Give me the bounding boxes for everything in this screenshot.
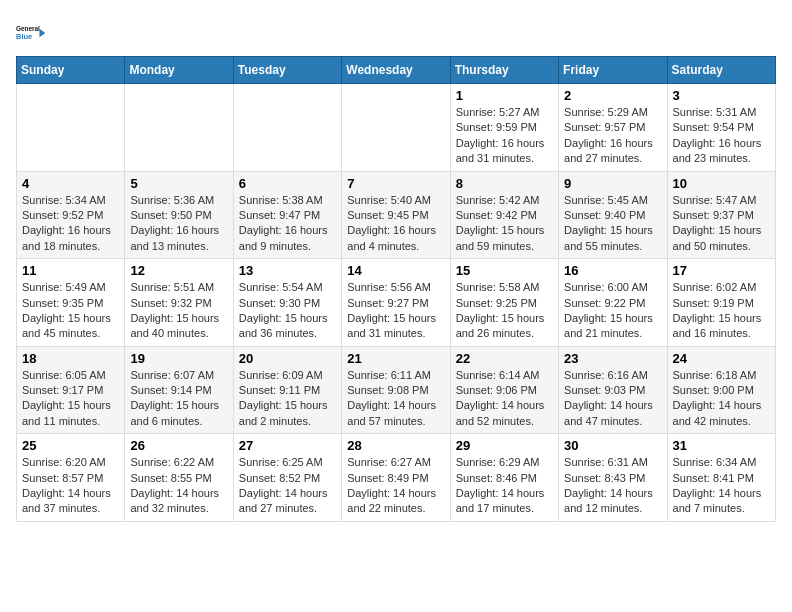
day-info: Sunrise: 6:34 AMSunset: 8:41 PMDaylight:…	[673, 455, 770, 517]
calendar-cell: 16Sunrise: 6:00 AMSunset: 9:22 PMDayligh…	[559, 259, 667, 347]
day-number: 20	[239, 351, 336, 366]
day-info: Sunrise: 6:18 AMSunset: 9:00 PMDaylight:…	[673, 368, 770, 430]
calendar-cell: 24Sunrise: 6:18 AMSunset: 9:00 PMDayligh…	[667, 346, 775, 434]
day-number: 30	[564, 438, 661, 453]
day-number: 2	[564, 88, 661, 103]
day-info: Sunrise: 5:45 AMSunset: 9:40 PMDaylight:…	[564, 193, 661, 255]
day-number: 13	[239, 263, 336, 278]
day-info: Sunrise: 6:02 AMSunset: 9:19 PMDaylight:…	[673, 280, 770, 342]
day-number: 14	[347, 263, 444, 278]
day-info: Sunrise: 5:49 AMSunset: 9:35 PMDaylight:…	[22, 280, 119, 342]
day-number: 25	[22, 438, 119, 453]
calendar-cell: 25Sunrise: 6:20 AMSunset: 8:57 PMDayligh…	[17, 434, 125, 522]
calendar-cell: 4Sunrise: 5:34 AMSunset: 9:52 PMDaylight…	[17, 171, 125, 259]
day-info: Sunrise: 6:16 AMSunset: 9:03 PMDaylight:…	[564, 368, 661, 430]
svg-text:General: General	[16, 25, 40, 32]
calendar-cell	[233, 84, 341, 172]
week-row-3: 11Sunrise: 5:49 AMSunset: 9:35 PMDayligh…	[17, 259, 776, 347]
calendar-cell: 15Sunrise: 5:58 AMSunset: 9:25 PMDayligh…	[450, 259, 558, 347]
weekday-header-thursday: Thursday	[450, 57, 558, 84]
calendar-cell: 27Sunrise: 6:25 AMSunset: 8:52 PMDayligh…	[233, 434, 341, 522]
calendar-cell: 23Sunrise: 6:16 AMSunset: 9:03 PMDayligh…	[559, 346, 667, 434]
day-info: Sunrise: 6:20 AMSunset: 8:57 PMDaylight:…	[22, 455, 119, 517]
calendar-cell	[125, 84, 233, 172]
day-number: 17	[673, 263, 770, 278]
day-info: Sunrise: 5:27 AMSunset: 9:59 PMDaylight:…	[456, 105, 553, 167]
day-info: Sunrise: 5:58 AMSunset: 9:25 PMDaylight:…	[456, 280, 553, 342]
day-number: 28	[347, 438, 444, 453]
day-number: 31	[673, 438, 770, 453]
calendar-cell: 6Sunrise: 5:38 AMSunset: 9:47 PMDaylight…	[233, 171, 341, 259]
day-info: Sunrise: 6:09 AMSunset: 9:11 PMDaylight:…	[239, 368, 336, 430]
day-info: Sunrise: 6:31 AMSunset: 8:43 PMDaylight:…	[564, 455, 661, 517]
calendar-cell: 8Sunrise: 5:42 AMSunset: 9:42 PMDaylight…	[450, 171, 558, 259]
day-info: Sunrise: 5:42 AMSunset: 9:42 PMDaylight:…	[456, 193, 553, 255]
weekday-header-row: SundayMondayTuesdayWednesdayThursdayFrid…	[17, 57, 776, 84]
calendar-cell: 19Sunrise: 6:07 AMSunset: 9:14 PMDayligh…	[125, 346, 233, 434]
week-row-4: 18Sunrise: 6:05 AMSunset: 9:17 PMDayligh…	[17, 346, 776, 434]
day-number: 18	[22, 351, 119, 366]
day-number: 23	[564, 351, 661, 366]
day-number: 16	[564, 263, 661, 278]
day-info: Sunrise: 5:34 AMSunset: 9:52 PMDaylight:…	[22, 193, 119, 255]
day-number: 27	[239, 438, 336, 453]
day-info: Sunrise: 6:14 AMSunset: 9:06 PMDaylight:…	[456, 368, 553, 430]
calendar-cell: 30Sunrise: 6:31 AMSunset: 8:43 PMDayligh…	[559, 434, 667, 522]
day-info: Sunrise: 5:38 AMSunset: 9:47 PMDaylight:…	[239, 193, 336, 255]
day-info: Sunrise: 6:07 AMSunset: 9:14 PMDaylight:…	[130, 368, 227, 430]
calendar-table: SundayMondayTuesdayWednesdayThursdayFrid…	[16, 56, 776, 522]
calendar-cell: 18Sunrise: 6:05 AMSunset: 9:17 PMDayligh…	[17, 346, 125, 434]
calendar-cell	[17, 84, 125, 172]
calendar-cell: 17Sunrise: 6:02 AMSunset: 9:19 PMDayligh…	[667, 259, 775, 347]
day-number: 22	[456, 351, 553, 366]
day-number: 12	[130, 263, 227, 278]
calendar-cell: 26Sunrise: 6:22 AMSunset: 8:55 PMDayligh…	[125, 434, 233, 522]
weekday-header-wednesday: Wednesday	[342, 57, 450, 84]
day-number: 26	[130, 438, 227, 453]
calendar-cell: 13Sunrise: 5:54 AMSunset: 9:30 PMDayligh…	[233, 259, 341, 347]
svg-marker-2	[39, 29, 45, 38]
calendar-cell	[342, 84, 450, 172]
calendar-cell: 5Sunrise: 5:36 AMSunset: 9:50 PMDaylight…	[125, 171, 233, 259]
day-info: Sunrise: 6:11 AMSunset: 9:08 PMDaylight:…	[347, 368, 444, 430]
day-number: 19	[130, 351, 227, 366]
calendar-cell: 1Sunrise: 5:27 AMSunset: 9:59 PMDaylight…	[450, 84, 558, 172]
day-number: 6	[239, 176, 336, 191]
day-number: 4	[22, 176, 119, 191]
calendar-cell: 3Sunrise: 5:31 AMSunset: 9:54 PMDaylight…	[667, 84, 775, 172]
day-info: Sunrise: 6:29 AMSunset: 8:46 PMDaylight:…	[456, 455, 553, 517]
day-info: Sunrise: 6:00 AMSunset: 9:22 PMDaylight:…	[564, 280, 661, 342]
calendar-cell: 9Sunrise: 5:45 AMSunset: 9:40 PMDaylight…	[559, 171, 667, 259]
logo-icon: GeneralBlue	[16, 16, 48, 48]
calendar-cell: 14Sunrise: 5:56 AMSunset: 9:27 PMDayligh…	[342, 259, 450, 347]
day-number: 21	[347, 351, 444, 366]
day-info: Sunrise: 5:31 AMSunset: 9:54 PMDaylight:…	[673, 105, 770, 167]
weekday-header-monday: Monday	[125, 57, 233, 84]
week-row-2: 4Sunrise: 5:34 AMSunset: 9:52 PMDaylight…	[17, 171, 776, 259]
day-number: 1	[456, 88, 553, 103]
day-info: Sunrise: 5:29 AMSunset: 9:57 PMDaylight:…	[564, 105, 661, 167]
page-header: GeneralBlue	[16, 16, 776, 48]
calendar-cell: 10Sunrise: 5:47 AMSunset: 9:37 PMDayligh…	[667, 171, 775, 259]
logo: GeneralBlue	[16, 16, 48, 48]
week-row-1: 1Sunrise: 5:27 AMSunset: 9:59 PMDaylight…	[17, 84, 776, 172]
calendar-cell: 22Sunrise: 6:14 AMSunset: 9:06 PMDayligh…	[450, 346, 558, 434]
day-number: 29	[456, 438, 553, 453]
day-info: Sunrise: 5:56 AMSunset: 9:27 PMDaylight:…	[347, 280, 444, 342]
day-number: 5	[130, 176, 227, 191]
weekday-header-sunday: Sunday	[17, 57, 125, 84]
day-number: 3	[673, 88, 770, 103]
week-row-5: 25Sunrise: 6:20 AMSunset: 8:57 PMDayligh…	[17, 434, 776, 522]
calendar-cell: 12Sunrise: 5:51 AMSunset: 9:32 PMDayligh…	[125, 259, 233, 347]
day-number: 15	[456, 263, 553, 278]
day-number: 8	[456, 176, 553, 191]
day-info: Sunrise: 5:47 AMSunset: 9:37 PMDaylight:…	[673, 193, 770, 255]
day-info: Sunrise: 6:27 AMSunset: 8:49 PMDaylight:…	[347, 455, 444, 517]
day-number: 7	[347, 176, 444, 191]
calendar-cell: 29Sunrise: 6:29 AMSunset: 8:46 PMDayligh…	[450, 434, 558, 522]
calendar-cell: 11Sunrise: 5:49 AMSunset: 9:35 PMDayligh…	[17, 259, 125, 347]
day-info: Sunrise: 6:25 AMSunset: 8:52 PMDaylight:…	[239, 455, 336, 517]
calendar-cell: 21Sunrise: 6:11 AMSunset: 9:08 PMDayligh…	[342, 346, 450, 434]
day-info: Sunrise: 5:51 AMSunset: 9:32 PMDaylight:…	[130, 280, 227, 342]
day-number: 10	[673, 176, 770, 191]
